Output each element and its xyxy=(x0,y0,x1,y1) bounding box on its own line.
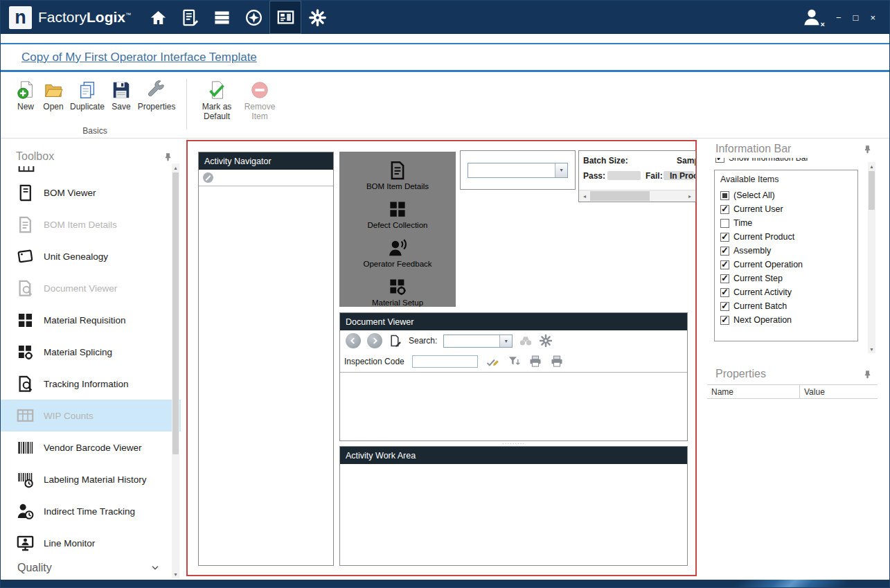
dropdown-widget-panel[interactable]: ▾ xyxy=(460,150,576,190)
material-setup-icon xyxy=(387,276,408,297)
available-item-current-batch[interactable]: Current Batch xyxy=(719,299,853,313)
toolbox-section-quality[interactable]: Quality xyxy=(1,559,170,577)
ribbon: New Open Duplicate Save Properties Basic… xyxy=(1,72,889,139)
information-bar-scrollbar[interactable]: ▴ ▾ xyxy=(868,162,875,353)
available-item-time[interactable]: Time xyxy=(719,216,853,230)
sort-filter-icon[interactable] xyxy=(507,355,521,368)
toolbox-scrollbar[interactable]: ▴ ▾ xyxy=(172,163,179,578)
search-input[interactable] xyxy=(444,335,499,347)
activity-work-area-panel[interactable]: Activity Work Area xyxy=(339,446,688,566)
scroll-up-arrow[interactable]: ▴ xyxy=(172,163,179,172)
user-icon[interactable] xyxy=(801,7,822,28)
column-header-value[interactable]: Value xyxy=(800,385,878,398)
toolbox-item-labeling-material-history[interactable]: Labeling Material History xyxy=(1,463,181,495)
edit-activity-icon[interactable] xyxy=(203,172,213,183)
palette-item-defect-collection[interactable]: Defect Collection xyxy=(339,196,456,235)
minimize-button[interactable]: − xyxy=(836,12,842,23)
gear-icon[interactable] xyxy=(539,334,553,348)
scroll-down-arrow[interactable]: ▾ xyxy=(868,345,875,353)
print-icon[interactable] xyxy=(550,355,564,368)
checkbox[interactable] xyxy=(720,205,729,214)
available-item-current-product[interactable]: Current Product xyxy=(719,230,853,244)
toolbox-item-tracking-information[interactable]: Tracking Information xyxy=(1,368,181,400)
remove-item-button[interactable]: Remove Item xyxy=(238,78,281,124)
toolbox-item-material-splicing[interactable]: Material Splicing xyxy=(1,336,181,368)
properties-button[interactable]: Properties xyxy=(135,78,178,114)
print-icon[interactable] xyxy=(528,355,542,368)
available-item-current-operation[interactable]: Current Operation xyxy=(719,258,853,271)
checkbox[interactable] xyxy=(720,233,729,242)
available-item-current-step[interactable]: Current Step xyxy=(719,271,853,285)
nav-materials[interactable] xyxy=(206,1,238,34)
duplicate-button[interactable]: Duplicate xyxy=(67,78,107,114)
designer-canvas[interactable]: Activity Navigator BOM Item Details Defe… xyxy=(186,140,697,576)
show-information-bar-row[interactable]: Show Information Bar xyxy=(715,158,878,166)
available-item-select-all[interactable]: (Select All) xyxy=(719,188,853,202)
open-button[interactable]: Open xyxy=(39,78,67,114)
scroll-left-arrow[interactable]: ◂ xyxy=(579,193,590,199)
nav-settings[interactable] xyxy=(301,1,333,34)
combobox-input[interactable] xyxy=(468,163,555,177)
activity-palette-panel[interactable]: BOM Item Details Defect Collection Opera… xyxy=(339,152,456,307)
checkbox[interactable] xyxy=(720,316,729,325)
scroll-right-arrow[interactable]: ▸ xyxy=(684,193,695,199)
batch-summary-panel[interactable]: Batch Size: Samp Pass: Fail: In Proc ◂ ▸ xyxy=(578,150,696,202)
toolbox-item-wip-counts[interactable]: WIP Counts xyxy=(1,400,181,431)
available-item-next-operation[interactable]: Next Operation xyxy=(719,313,853,327)
checkbox[interactable] xyxy=(720,302,729,311)
checkbox[interactable] xyxy=(720,260,729,269)
toolbox-item-bom-item-details[interactable]: BOM Item Details xyxy=(1,208,181,240)
scrollbar-thumb[interactable] xyxy=(590,191,650,201)
mark-as-default-button[interactable]: Mark as Default xyxy=(195,78,238,124)
batch-horizontal-scrollbar[interactable]: ◂ ▸ xyxy=(579,190,695,202)
document-viewer-panel[interactable]: Document Viewer Search: ▾ Inspection Cod… xyxy=(339,312,688,441)
document-title[interactable]: Copy of My First Operator Interface Temp… xyxy=(21,51,257,64)
checkbox[interactable] xyxy=(720,219,729,228)
save-button[interactable]: Save xyxy=(107,78,135,114)
document-edit-icon[interactable] xyxy=(389,334,402,348)
available-item-current-activity[interactable]: Current Activity xyxy=(719,285,853,299)
toolbox-item-material-requisition[interactable]: Material Requisition xyxy=(1,304,181,336)
toolbox-item-line-monitor[interactable]: Line Monitor xyxy=(1,527,181,559)
dropdown-arrow-icon[interactable]: ▾ xyxy=(499,335,512,347)
toolbox-item-bom-viewer[interactable]: BOM Viewer xyxy=(1,177,181,208)
status-bar xyxy=(1,580,889,587)
close-button[interactable]: × xyxy=(870,12,875,23)
toolbox-item-indirect-time-tracking[interactable]: Indirect Time Tracking xyxy=(1,495,181,527)
properties-title: Properties xyxy=(715,368,863,380)
activity-navigator-panel[interactable]: Activity Navigator xyxy=(198,152,334,566)
pin-icon[interactable] xyxy=(863,145,872,154)
nav-dispatch[interactable] xyxy=(238,1,269,34)
dropdown-arrow-icon[interactable]: ▾ xyxy=(555,163,567,177)
back-icon[interactable] xyxy=(346,333,361,348)
checkbox[interactable] xyxy=(720,247,729,256)
toolbox-item-document-viewer[interactable]: Document Viewer xyxy=(1,272,181,304)
palette-item-bom-item-details[interactable]: BOM Item Details xyxy=(339,157,456,196)
scrollbar-thumb[interactable] xyxy=(172,172,179,454)
column-header-name[interactable]: Name xyxy=(707,385,800,398)
inspection-code-input[interactable] xyxy=(412,355,478,368)
pin-icon[interactable] xyxy=(163,152,172,161)
scroll-up-arrow[interactable]: ▴ xyxy=(868,162,875,170)
nav-operator-interfaces[interactable] xyxy=(269,1,301,34)
show-information-bar-checkbox[interactable] xyxy=(715,158,724,163)
binoculars-icon[interactable] xyxy=(519,334,533,348)
checkbox[interactable] xyxy=(720,288,729,297)
toolbox-item-unit-genealogy[interactable]: Unit Genealogy xyxy=(1,240,181,272)
available-item-current-user[interactable]: Current User xyxy=(719,202,853,216)
scroll-down-arrow[interactable]: ▾ xyxy=(172,570,179,578)
available-item-assembly[interactable]: Assembly xyxy=(719,244,853,258)
maximize-button[interactable]: □ xyxy=(853,12,859,23)
checkbox[interactable] xyxy=(720,191,729,200)
nav-worksheets[interactable] xyxy=(174,1,206,34)
toolbox-item-vendor-barcode-viewer[interactable]: Vendor Barcode Viewer xyxy=(1,431,181,463)
nav-home[interactable] xyxy=(142,1,174,34)
new-button[interactable]: New xyxy=(12,78,39,114)
bom-item-details-icon xyxy=(16,215,35,234)
pen-check-icon[interactable] xyxy=(486,355,499,368)
forward-icon[interactable] xyxy=(367,333,382,348)
palette-item-operator-feedback[interactable]: Operator Feedback xyxy=(339,235,456,274)
checkbox[interactable] xyxy=(720,274,729,283)
pin-icon[interactable] xyxy=(863,370,872,379)
scrollbar-thumb[interactable] xyxy=(869,171,875,210)
